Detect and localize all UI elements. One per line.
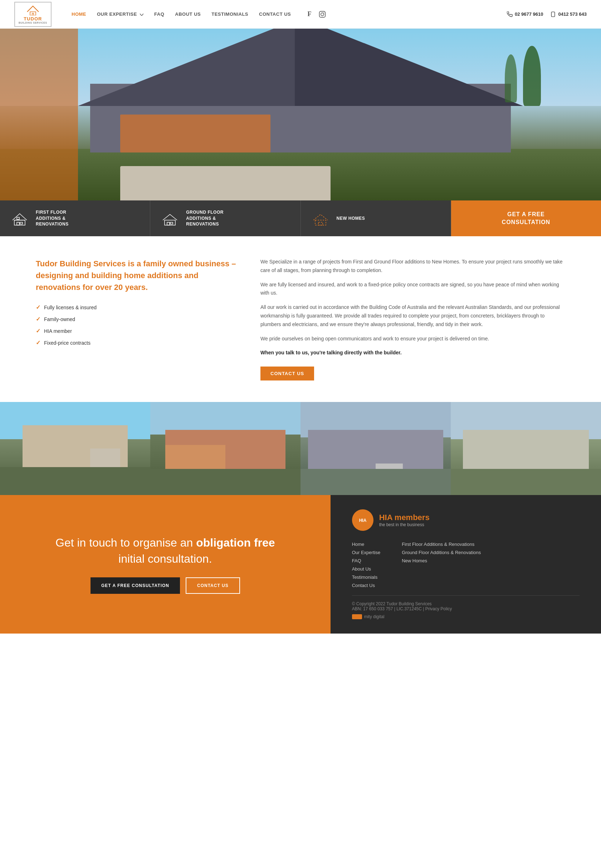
footer-section: HIA HIA members the best in the business… xyxy=(331,495,601,634)
abn: ABN: 17 650 033 757 | LIC.371245C | Priv… xyxy=(352,606,580,611)
cta-left: Get in touch to organise an obligation f… xyxy=(0,495,331,634)
social-links: f xyxy=(305,10,326,18)
chevron-down-icon xyxy=(140,14,143,16)
phone-area: 02 9677 9610 0412 573 643 xyxy=(507,11,587,17)
brand-overlay xyxy=(0,29,78,200)
checklist-item: ✓ HIA member xyxy=(36,327,239,334)
footer-link-home[interactable]: Home xyxy=(352,542,380,547)
footer-link-new-homes[interactable]: New Homes xyxy=(402,558,481,563)
nav-about[interactable]: ABOUT US xyxy=(175,11,201,17)
checklist-item: ✓ Fully licenses & insured xyxy=(36,304,239,311)
cta-section: Get in touch to organise an obligation f… xyxy=(0,495,601,634)
first-floor-icon xyxy=(11,209,29,227)
gallery-item-1 xyxy=(0,402,150,495)
svg-rect-13 xyxy=(17,217,19,219)
phone2[interactable]: 0412 573 643 xyxy=(550,11,587,17)
check-icon: ✓ xyxy=(36,316,40,322)
about-para1: We Specialize in a range of projects fro… xyxy=(261,258,565,275)
footer-link-ground-floor[interactable]: Ground Floor Additions & Renovations xyxy=(402,550,481,555)
svg-rect-4 xyxy=(319,11,325,17)
footer-link-contact[interactable]: Contact Us xyxy=(352,583,380,588)
logo-name: TUDOR xyxy=(18,16,47,21)
cta-contact-button[interactable]: CONTACT US xyxy=(186,578,240,594)
logo-sub: BUILDING SERVICES xyxy=(18,21,47,24)
service-new-homes[interactable]: NEW HOMES xyxy=(301,200,451,236)
gallery-section xyxy=(0,402,601,495)
service-cta[interactable]: GET A FREE CONSULTATION xyxy=(451,200,601,236)
cta-buttons: GET A FREE CONSULTATION CONTACT US xyxy=(90,578,240,594)
about-tagline: When you talk to us, you're talking dire… xyxy=(261,350,402,355)
nav-home[interactable]: HOME xyxy=(72,11,86,17)
about-para3: All our work is carried out in accordanc… xyxy=(261,303,565,329)
footer-link-expertise[interactable]: Our Expertise xyxy=(352,550,380,555)
service-ground-floor-label: GROUND FLOOR ADDITIONS & RENOVATIONS xyxy=(186,209,224,227)
hero-image xyxy=(0,29,601,200)
hia-title: HIA members xyxy=(379,513,430,522)
svg-rect-11 xyxy=(20,222,23,224)
gallery-image-1 xyxy=(0,402,150,495)
gallery-image-3 xyxy=(300,402,451,495)
footer-col-2: First Floor Additions & Renovations Grou… xyxy=(402,542,481,588)
svg-rect-7 xyxy=(552,12,555,17)
service-first-floor-label: FIRST FLOOR ADDITIONS & RENOVATIONS xyxy=(36,209,69,227)
footer-col-1: Home Our Expertise FAQ About Us Testimon… xyxy=(352,542,380,588)
hia-badge: HIA HIA members the best in the business xyxy=(352,509,580,531)
svg-rect-0 xyxy=(30,12,36,15)
hia-subtitle: the best in the business xyxy=(379,522,430,527)
facebook-icon[interactable]: f xyxy=(305,10,314,18)
ground-floor-icon xyxy=(161,209,179,227)
svg-rect-16 xyxy=(170,222,173,224)
nav-contact[interactable]: CONTACT US xyxy=(259,11,291,17)
svg-rect-9 xyxy=(14,220,25,225)
phone1[interactable]: 02 9677 9610 xyxy=(507,11,543,17)
svg-rect-14 xyxy=(165,220,175,225)
svg-text:HIA: HIA xyxy=(359,518,366,523)
about-section: Tudor Building Services is a family owne… xyxy=(0,236,601,402)
checklist: ✓ Fully licenses & insured ✓ Family-owne… xyxy=(36,304,239,346)
footer-link-testimonials[interactable]: Testimonials xyxy=(352,575,380,580)
nav-expertise[interactable]: OUR EXPERTISE xyxy=(97,11,143,17)
gallery-image-4 xyxy=(451,402,601,495)
footer-bottom: © Copyright 2022 Tudor Building Services… xyxy=(352,595,580,619)
check-icon: ✓ xyxy=(36,339,40,346)
svg-point-6 xyxy=(324,12,325,13)
mity-logo: mity digital xyxy=(352,614,580,619)
service-new-homes-label: NEW HOMES xyxy=(337,215,365,222)
logo-house-icon xyxy=(26,5,40,15)
checklist-item: ✓ Family-owned xyxy=(36,316,239,322)
hero-section xyxy=(0,29,601,200)
gallery-item-4 xyxy=(451,402,601,495)
about-headline: Tudor Building Services is a family owne… xyxy=(36,258,239,293)
footer-links: Home Our Expertise FAQ About Us Testimon… xyxy=(352,542,580,588)
gallery-item-2 xyxy=(150,402,300,495)
nav-testimonials[interactable]: TESTIMONIALS xyxy=(211,11,248,17)
powered-by: mity digital xyxy=(364,614,384,619)
about-contact-button[interactable]: CONTACT US xyxy=(261,367,314,381)
copyright: © Copyright 2022 Tudor Building Services xyxy=(352,601,580,606)
about-para4: We pride ourselves on being open communi… xyxy=(261,335,565,343)
about-right: We Specialize in a range of projects fro… xyxy=(261,258,565,381)
logo[interactable]: TUDOR BUILDING SERVICES xyxy=(14,2,57,27)
footer-link-faq[interactable]: FAQ xyxy=(352,558,380,563)
new-homes-icon xyxy=(311,209,329,227)
svg-rect-17 xyxy=(315,220,326,225)
footer-link-about[interactable]: About Us xyxy=(352,566,380,572)
svg-rect-15 xyxy=(167,222,169,225)
about-left: Tudor Building Services is a family owne… xyxy=(36,258,239,381)
phone-icon xyxy=(507,11,513,17)
main-nav: HOME OUR EXPERTISE FAQ ABOUT US TESTIMON… xyxy=(72,10,507,18)
gallery-image-2 xyxy=(150,402,300,495)
service-cta-label: GET A FREE CONSULTATION xyxy=(502,211,551,226)
gallery-item-3 xyxy=(300,402,451,495)
svg-rect-10 xyxy=(17,222,19,225)
service-first-floor[interactable]: FIRST FLOOR ADDITIONS & RENOVATIONS xyxy=(0,200,150,236)
checklist-item: ✓ Fixed-price contracts xyxy=(36,339,239,346)
service-ground-floor[interactable]: GROUND FLOOR ADDITIONS & RENOVATIONS xyxy=(150,200,300,236)
instagram-icon[interactable] xyxy=(318,10,326,18)
check-icon: ✓ xyxy=(36,304,40,311)
nav-faq[interactable]: FAQ xyxy=(154,11,164,17)
footer-link-first-floor[interactable]: First Floor Additions & Renovations xyxy=(402,542,481,547)
cta-consultation-button[interactable]: GET A FREE CONSULTATION xyxy=(90,578,180,594)
service-bars: FIRST FLOOR ADDITIONS & RENOVATIONS GROU… xyxy=(0,200,601,236)
hia-logo-icon: HIA xyxy=(352,509,374,531)
